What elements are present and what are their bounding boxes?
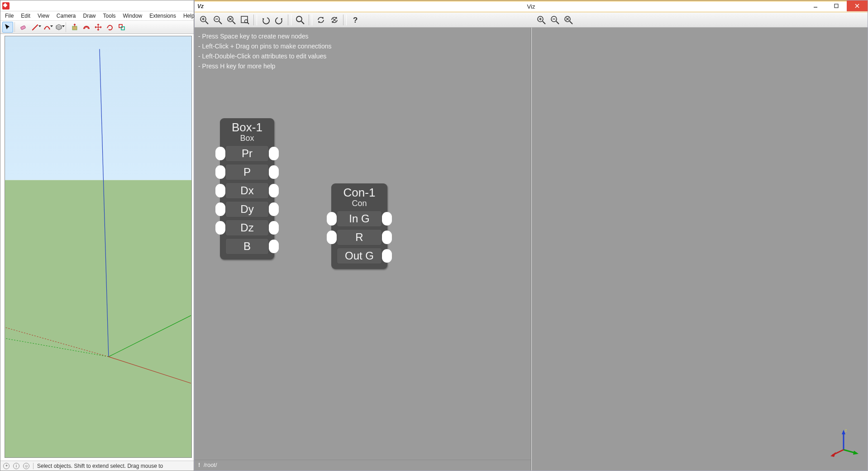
sketchup-toolbar: [0, 20, 194, 34]
rotate-tool[interactable]: [105, 22, 115, 33]
svg-line-24: [301, 21, 304, 24]
attr-label[interactable]: Pr: [225, 145, 269, 162]
refresh-cancel-icon[interactable]: [328, 14, 341, 26]
close-button[interactable]: [847, 0, 868, 11]
toolbar-separator: [309, 14, 312, 25]
svg-text:z: z: [845, 428, 847, 433]
redo-icon[interactable]: [272, 14, 286, 26]
status-text: Select objects. Shift to extend select. …: [37, 463, 163, 469]
pin-left[interactable]: [215, 184, 225, 197]
pin-right[interactable]: [382, 249, 392, 263]
toolbar-separator: [14, 22, 17, 32]
viz-window: Vz Viz ? - Press Space key to create new…: [194, 0, 868, 471]
viz-titlebar[interactable]: Vz Viz: [195, 0, 868, 12]
pin-right[interactable]: [269, 202, 279, 216]
shape-tool[interactable]: [53, 22, 64, 33]
info-icon[interactable]: i: [13, 463, 19, 469]
zoom-out-icon[interactable]: [548, 14, 562, 26]
pin-right[interactable]: [269, 184, 279, 197]
pin-left[interactable]: [327, 212, 337, 226]
help-hints: - Press Space key to create new nodes - …: [198, 31, 332, 71]
node-title: Con-1: [336, 186, 383, 199]
node-subtitle: Con: [336, 198, 383, 208]
svg-line-7: [109, 357, 191, 384]
menu-extensions[interactable]: Extensions: [148, 12, 178, 19]
scale-tool[interactable]: [116, 22, 127, 33]
viz-3d-panel[interactable]: z: [532, 28, 868, 471]
svg-line-16: [219, 21, 222, 24]
menu-window[interactable]: Window: [121, 12, 144, 19]
menu-file[interactable]: File: [3, 12, 15, 19]
sketchup-menubar: File Edit View Camera Draw Tools Window …: [0, 11, 194, 20]
refresh-icon[interactable]: [314, 14, 328, 26]
sketchup-logo-icon: [2, 2, 10, 10]
menu-edit[interactable]: Edit: [19, 12, 32, 19]
maximize-button[interactable]: [826, 0, 847, 11]
zoom-reset-icon[interactable]: [562, 14, 575, 26]
search-icon[interactable]: [293, 14, 307, 26]
attr-label[interactable]: P: [225, 164, 269, 180]
zoom-in-icon[interactable]: [197, 14, 211, 26]
sketchup-viewport[interactable]: [5, 36, 192, 458]
zoom-reset-icon[interactable]: [224, 14, 238, 26]
pin-right[interactable]: [269, 147, 279, 160]
menu-tools[interactable]: Tools: [101, 12, 118, 19]
minimize-button[interactable]: [805, 0, 826, 11]
attr-label[interactable]: In G: [337, 211, 382, 227]
attr-label[interactable]: Dy: [225, 201, 269, 217]
arc-tool[interactable]: [42, 22, 52, 33]
status-separator: [33, 463, 33, 469]
viewport-axes-icon: [5, 36, 191, 457]
pin-right[interactable]: [269, 240, 279, 253]
pin-left[interactable]: [215, 202, 225, 216]
user-icon[interactable]: ☺: [23, 463, 29, 469]
pin-left[interactable]: [215, 165, 225, 179]
undo-icon[interactable]: [259, 14, 272, 26]
viz-statusbar: ! /root/: [195, 460, 531, 471]
offset-tool[interactable]: [81, 22, 92, 33]
axis-gizmo-icon[interactable]: z: [828, 426, 859, 458]
select-tool[interactable]: [2, 22, 13, 33]
node-box-1[interactable]: Box-1 Box Pr P Dx Dy Dz B: [220, 118, 274, 260]
menu-view[interactable]: View: [36, 12, 51, 19]
node-header[interactable]: Box-1 Box: [220, 118, 274, 144]
status-alert-icon: !: [198, 461, 200, 468]
viz-graph-panel[interactable]: - Press Space key to create new nodes - …: [195, 28, 531, 471]
toolbar-separator: [288, 14, 291, 25]
pin-right[interactable]: [269, 165, 279, 179]
svg-rect-2: [119, 24, 122, 28]
svg-line-8: [5, 327, 109, 357]
attr-label[interactable]: R: [337, 229, 382, 245]
pin-left[interactable]: [327, 231, 337, 244]
move-tool[interactable]: [93, 22, 104, 33]
menu-camera[interactable]: Camera: [55, 12, 78, 19]
pin-right[interactable]: [382, 231, 392, 244]
attr-label[interactable]: Dx: [225, 183, 269, 199]
attr-label[interactable]: Out G: [337, 248, 382, 264]
node-con-1[interactable]: Con-1 Con In G R Out G: [331, 183, 387, 269]
pin-left[interactable]: [215, 147, 225, 160]
svg-marker-38: [853, 451, 858, 455]
line-tool[interactable]: [30, 22, 41, 33]
attr-label[interactable]: Dz: [225, 220, 269, 236]
svg-line-19: [233, 21, 235, 24]
pin-right[interactable]: [269, 221, 279, 235]
zoom-out-icon[interactable]: [211, 14, 224, 26]
pin-right[interactable]: [382, 212, 392, 226]
node-row-p: P: [220, 163, 274, 181]
pushpull-tool[interactable]: [69, 22, 80, 33]
eraser-tool[interactable]: [18, 22, 29, 33]
attr-label[interactable]: B: [225, 238, 269, 255]
geo-icon[interactable]: ⌖: [3, 463, 10, 469]
pin-left[interactable]: [215, 221, 225, 235]
menu-draw[interactable]: Draw: [81, 12, 98, 19]
node-header[interactable]: Con-1 Con: [331, 183, 387, 209]
sketchup-titlebar[interactable]: [0, 0, 194, 11]
toolbar-separator: [66, 22, 68, 32]
svg-line-12: [205, 21, 208, 24]
zoom-region-icon[interactable]: [238, 14, 252, 26]
node-subtitle: Box: [224, 133, 270, 143]
help-icon[interactable]: ?: [348, 14, 362, 26]
svg-rect-3: [121, 27, 124, 30]
zoom-in-icon[interactable]: [534, 14, 548, 26]
